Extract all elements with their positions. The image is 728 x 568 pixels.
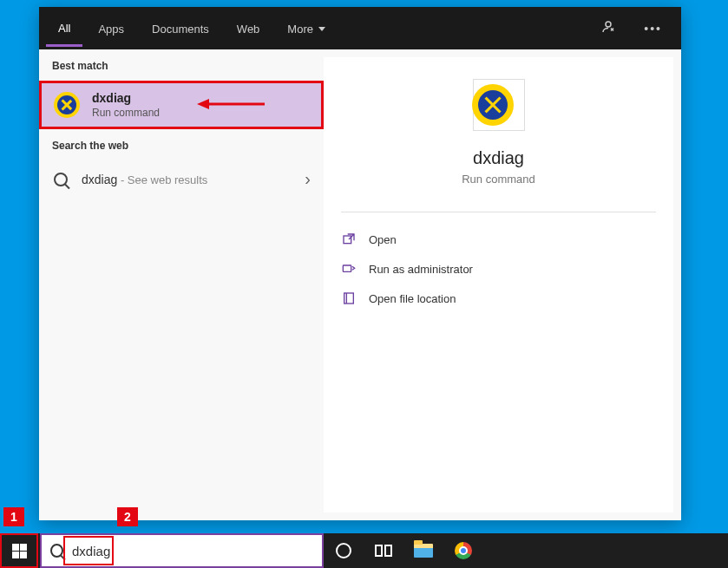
chrome-icon: [455, 542, 472, 559]
action-open-location-label: Open file location: [369, 292, 456, 305]
tab-more-label: More: [287, 23, 313, 36]
svg-rect-3: [344, 293, 354, 304]
dxdiag-icon: [54, 92, 80, 118]
start-button[interactable]: [0, 533, 38, 568]
preview-icon-box: [473, 79, 525, 131]
web-result-text: dxdiag - See web results: [82, 173, 305, 186]
section-search-web: Search the web: [39, 129, 324, 160]
chevron-down-icon: [318, 27, 325, 31]
taskbar-search-input[interactable]: [72, 544, 313, 558]
annotation-badge-2: 2: [117, 507, 138, 526]
svg-rect-2: [343, 265, 351, 271]
svg-marker-5: [197, 99, 209, 109]
file-explorer-button[interactable]: [403, 533, 443, 568]
web-result-item[interactable]: dxdiag - See web results ›: [39, 160, 324, 198]
svg-point-0: [606, 22, 611, 27]
web-query: dxdiag: [82, 173, 117, 186]
dxdiag-icon: [472, 84, 514, 126]
more-options-icon[interactable]: •••: [632, 22, 674, 36]
action-run-admin-label: Run as administrator: [369, 263, 473, 276]
chrome-button[interactable]: [443, 533, 483, 568]
divider: [341, 212, 656, 212]
result-text: dxdiag Run command: [92, 91, 160, 119]
action-open-label: Open: [369, 233, 397, 246]
annotation-arrow-icon: [195, 95, 269, 113]
tab-documents[interactable]: Documents: [140, 10, 221, 46]
result-title: dxdiag: [92, 91, 160, 105]
search-icon: [54, 173, 68, 186]
results-list: Best match dxdiag Run command Search the…: [39, 49, 324, 520]
task-view-icon: [375, 545, 392, 557]
search-panel-body: Best match dxdiag Run command Search the…: [39, 49, 681, 520]
cortana-icon: [336, 543, 351, 558]
action-open-location[interactable]: Open file location: [341, 284, 656, 313]
action-run-admin[interactable]: Run as administrator: [341, 254, 656, 284]
action-list: Open Run as administrator Open file loca…: [324, 225, 673, 313]
chevron-right-icon: ›: [305, 169, 311, 189]
tab-web[interactable]: Web: [225, 10, 272, 46]
taskbar-search-box[interactable]: [40, 533, 324, 568]
section-best-match: Best match: [39, 49, 324, 81]
taskbar: [0, 533, 728, 568]
svg-rect-1: [344, 236, 351, 244]
preview-header: dxdiag Run command: [324, 79, 673, 212]
preview-pane: dxdiag Run command Open Run as administr…: [324, 57, 673, 513]
windows-search-panel: All Apps Documents Web More ••• Best mat…: [39, 7, 681, 520]
tab-apps[interactable]: Apps: [86, 10, 136, 46]
preview-subtitle: Run command: [462, 173, 535, 186]
preview-title: dxdiag: [473, 148, 524, 168]
feedback-icon[interactable]: [588, 19, 628, 38]
action-open[interactable]: Open: [341, 225, 656, 254]
annotation-badge-1: 1: [3, 507, 24, 526]
result-subtitle: Run command: [92, 107, 160, 119]
cortana-button[interactable]: [324, 533, 364, 568]
search-tab-bar: All Apps Documents Web More •••: [39, 7, 681, 49]
web-suffix: - See web results: [117, 173, 207, 186]
tab-more[interactable]: More: [275, 10, 338, 46]
windows-logo-icon: [12, 544, 27, 558]
file-explorer-icon: [414, 544, 433, 558]
folder-icon: [341, 291, 357, 306]
admin-icon: [341, 261, 357, 277]
open-icon: [341, 232, 357, 247]
search-icon: [50, 544, 63, 558]
task-view-button[interactable]: [364, 533, 403, 568]
best-match-result[interactable]: dxdiag Run command: [39, 81, 324, 129]
tab-all[interactable]: All: [46, 10, 82, 47]
